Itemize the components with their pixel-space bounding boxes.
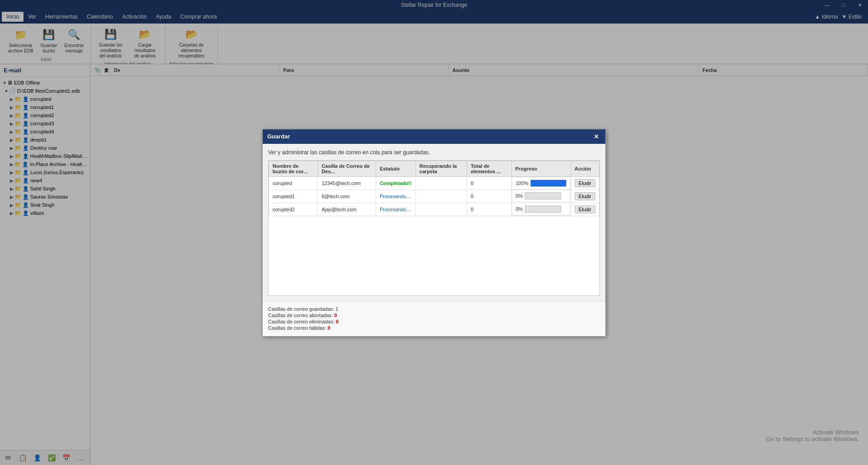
progress-bar-container: [530, 180, 566, 187]
failed-value: 0: [327, 325, 330, 331]
failed-label: Casillas de correo fallidas:: [268, 325, 326, 331]
deleted-value: 0: [336, 319, 339, 324]
col-header-total: Total de elementos ...: [467, 161, 512, 176]
action-button-0[interactable]: Eludir: [575, 179, 595, 187]
stat-saved: Casillas de correo guardadas: 1: [268, 306, 600, 312]
modal-table-body: corupted12345@tech.comCompletado!!0100%E…: [269, 176, 599, 216]
cell-status: Procesando...: [376, 190, 415, 203]
cell-status: Completado!!: [376, 176, 415, 190]
col-header-status: Estatuto: [376, 161, 415, 176]
progress-bar-container: [525, 205, 561, 213]
cell-action[interactable]: Eludir: [571, 203, 599, 216]
modal-table: Nombre de buzón de cor... Casilla de Cor…: [269, 161, 599, 216]
modal-content-area: Nombre de buzón de cor... Casilla de Cor…: [268, 160, 600, 296]
col-header-progress: Progreso: [511, 161, 571, 176]
modal-overlay: Guardar ✕ Ver y administrar las casillas…: [0, 0, 868, 465]
cell-mailbox-name: corupted1: [269, 190, 318, 203]
cell-total-elements: 0: [467, 203, 512, 216]
progress-bar-fill: [531, 180, 566, 186]
cell-progress: 100%: [512, 177, 571, 190]
stat-deleted: Casillas de correo eliminadas: 0: [268, 319, 600, 324]
modal-dialog: Guardar ✕ Ver y administrar las casillas…: [262, 129, 606, 337]
cell-progress: 0%: [512, 190, 571, 202]
table-row: corupted2Ajay@tech.comProcesando...00%El…: [269, 203, 599, 216]
cell-recovering-folder: [415, 190, 467, 203]
cell-action[interactable]: Eludir: [571, 176, 599, 190]
cell-dest-mailbox: 12345@tech.com: [318, 176, 376, 190]
modal-titlebar: Guardar ✕: [263, 129, 605, 144]
cell-action[interactable]: Eludir: [571, 190, 599, 203]
saved-value: 1: [335, 306, 338, 312]
modal-body: Ver y administrar las casillas de correo…: [263, 144, 605, 301]
cell-dest-mailbox: Ajay@tech.com: [318, 203, 376, 216]
cell-status: Procesando...: [376, 203, 415, 216]
aborted-label: Casillas de correo abortadas:: [268, 313, 333, 318]
aborted-value: 0: [334, 313, 337, 318]
modal-title: Guardar: [267, 133, 290, 140]
action-button-1[interactable]: Eludir: [575, 192, 595, 200]
saved-label: Casillas de correo guardadas:: [268, 306, 334, 312]
action-button-2[interactable]: Eludir: [575, 205, 595, 214]
col-header-recovering: Recuperando la carpeta: [415, 161, 467, 176]
cell-total-elements: 0: [467, 176, 512, 190]
col-header-mailbox-name: Nombre de buzón de cor...: [269, 161, 318, 176]
table-row: corupted12345@tech.comCompletado!!0100%E…: [269, 176, 599, 190]
cell-recovering-folder: [415, 176, 467, 190]
cell-total-elements: 0: [467, 190, 512, 203]
modal-footer: Casillas de correo guardadas: 1 Casillas…: [263, 301, 605, 336]
modal-description: Ver y administrar las casillas de correo…: [268, 149, 600, 156]
cell-recovering-folder: [415, 203, 467, 216]
cell-progress: 0%: [512, 203, 571, 215]
col-header-dest-mailbox: Casilla de Correo de Des...: [318, 161, 376, 176]
cell-dest-mailbox: 6@tech.com: [318, 190, 376, 203]
table-row: corupted16@tech.comProcesando...00%Eludi…: [269, 190, 599, 203]
stat-failed: Casillas de correo fallidas: 0: [268, 325, 600, 331]
modal-close-button[interactable]: ✕: [592, 132, 601, 141]
stat-aborted: Casillas de correo abortadas: 0: [268, 313, 600, 318]
col-header-action: Acción: [571, 161, 599, 176]
cell-mailbox-name: corupted2: [269, 203, 318, 216]
cell-mailbox-name: corupted: [269, 176, 318, 190]
progress-bar-container: [525, 192, 561, 199]
deleted-label: Casillas de correo eliminadas:: [268, 319, 335, 324]
